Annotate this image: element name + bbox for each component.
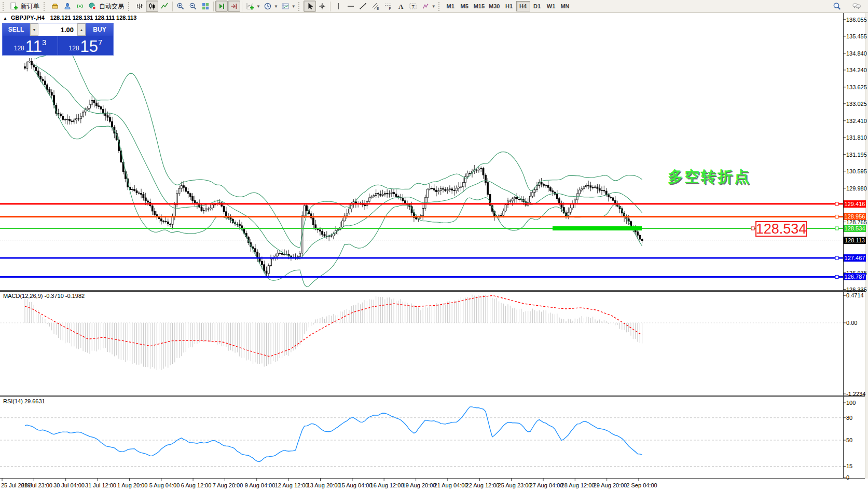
sell-price[interactable]: 128 11 3: [3, 36, 58, 55]
time-axis-label: 1 Aug 20:00: [117, 482, 148, 488]
time-axis-label: 13 Aug 20:00: [307, 482, 341, 488]
volume-up-button[interactable]: ▲: [77, 23, 86, 36]
pane-separator-rsi[interactable]: [0, 395, 868, 397]
buy-price[interactable]: 128 15 7: [58, 36, 113, 55]
time-axis-label: 16 Aug 12:00: [370, 482, 404, 488]
hline-end-marker[interactable]: [835, 215, 838, 218]
price-axis-label: 129.980: [846, 185, 867, 192]
time-axis-label: 28 Aug 12:00: [561, 482, 595, 488]
time-axis-label: 31 Jul 12:00: [85, 482, 116, 488]
rsi-axis-label: 50: [846, 437, 852, 443]
thick-green-segment[interactable]: [553, 226, 642, 230]
price-axis-label: 134.240: [846, 67, 867, 73]
rsi-line: [25, 407, 642, 462]
price-axis-label: 133.625: [846, 84, 867, 90]
time-axis-label: 2 Sep 04:00: [626, 482, 657, 488]
macd-signal-line: [25, 296, 642, 357]
sell-price-sup: 3: [42, 38, 46, 47]
time-axis-label: 12 Aug 12:00: [275, 482, 309, 488]
rsi-axis-label: 0: [846, 474, 849, 481]
symbol-name: GBPJPY-,H4: [11, 15, 45, 21]
macd-axis-label: 0.4714: [846, 292, 864, 298]
price-flag-annotation[interactable]: 128.534: [755, 221, 807, 237]
time-axis-label: 21 Aug 04:00: [434, 482, 468, 488]
price-axis-badge-129.416[interactable]: 129.416: [844, 200, 866, 208]
price-axis-label: 132.410: [846, 118, 867, 124]
time-axis-label: 28 Jul 23:00: [21, 482, 52, 488]
bollinger-band: [34, 48, 642, 247]
volume-down-button[interactable]: ▼: [30, 23, 38, 36]
price-axis-label: 133.025: [846, 101, 867, 107]
price-axis-badge-127.467[interactable]: 127.467: [844, 254, 866, 262]
sell-price-prefix: 128: [14, 45, 24, 52]
line-handle[interactable]: [751, 227, 754, 230]
price-axis-label: 130.595: [846, 168, 867, 174]
rsi-axis-label: 15: [846, 463, 852, 469]
time-axis-label: 7 Aug 20:00: [213, 482, 243, 488]
time-axis-label: 22 Aug 12:00: [466, 482, 500, 488]
ohlc-values: 128.121 128.131 128.111 128.113: [50, 15, 136, 21]
turning-point-annotation[interactable]: 多空转折点: [668, 167, 751, 187]
price-axis-badge-128.113[interactable]: 128.113: [844, 237, 866, 244]
time-axis-label: 5 Aug 04:00: [149, 482, 180, 488]
price-axis-label: 131.195: [846, 152, 867, 158]
time-axis-label: 19 Aug 20:00: [403, 482, 436, 488]
macd-axis-label: 0.00: [846, 320, 857, 326]
macd-histogram: [25, 295, 642, 371]
rsi-axis-label: 80: [846, 415, 852, 421]
buy-price-prefix: 128: [69, 45, 79, 52]
price-axis-label: 134.840: [846, 50, 867, 57]
pane-separator-macd[interactable]: [0, 291, 868, 292]
chart-canvas[interactable]: [0, 0, 868, 491]
window-right-edge: [865, 13, 868, 479]
price-axis-label: 136.055: [846, 17, 867, 23]
buy-button[interactable]: BUY: [86, 23, 113, 36]
price-axis-label: 131.810: [846, 134, 867, 141]
volume-stepper: ▼ 1.00 ▲: [30, 23, 86, 36]
time-axis-label: 27 Aug 04:00: [530, 482, 563, 488]
time-axis-label: 6 Aug 12:00: [181, 482, 212, 488]
hline-end-marker[interactable]: [835, 275, 838, 278]
rsi-axis-label: 100: [846, 400, 856, 406]
price-axis-badge-128.534[interactable]: 128.534: [844, 225, 866, 232]
sell-price-big: 11: [25, 39, 42, 54]
symbol-info: ▲ GBPJPY-,H4 128.121 128.131 128.111 128…: [3, 15, 136, 21]
macd-label: MACD(12,26,9) -0.3710 -0.1982: [3, 293, 85, 299]
rsi-label: RSI(14) 29.6631: [3, 398, 45, 404]
time-axis-label: 15 Aug 04:00: [339, 482, 373, 488]
buy-price-big: 15: [80, 39, 98, 54]
buy-price-sup: 7: [98, 38, 102, 47]
volume-input[interactable]: 1.00: [38, 23, 77, 36]
macd-axis-label: -1.2234: [846, 391, 865, 397]
collapse-quote-icon[interactable]: ▲: [3, 16, 7, 21]
price-axis-label: 135.455: [846, 33, 867, 39]
candlestick-series: [24, 48, 643, 287]
hline-end-marker[interactable]: [835, 227, 838, 230]
hline-end-marker[interactable]: [835, 256, 838, 260]
time-axis-label: 9 Aug 04:00: [245, 482, 275, 488]
sell-button[interactable]: SELL: [3, 23, 30, 36]
hline-end-marker[interactable]: [835, 202, 838, 206]
time-axis-label: 30 Jul 04:00: [53, 482, 85, 488]
time-tick-marks: [2, 479, 639, 481]
price-axis-badge-126.787[interactable]: 126.787: [844, 273, 866, 280]
time-axis-label: 29 Aug 20:00: [594, 482, 627, 488]
time-axis-label: 25 Aug 23:00: [498, 482, 532, 488]
price-axis-badge-128.956[interactable]: 128.956: [844, 213, 866, 220]
one-click-trading-panel: SELL ▼ 1.00 ▲ BUY 128 11 3 128 15 7: [2, 23, 114, 56]
